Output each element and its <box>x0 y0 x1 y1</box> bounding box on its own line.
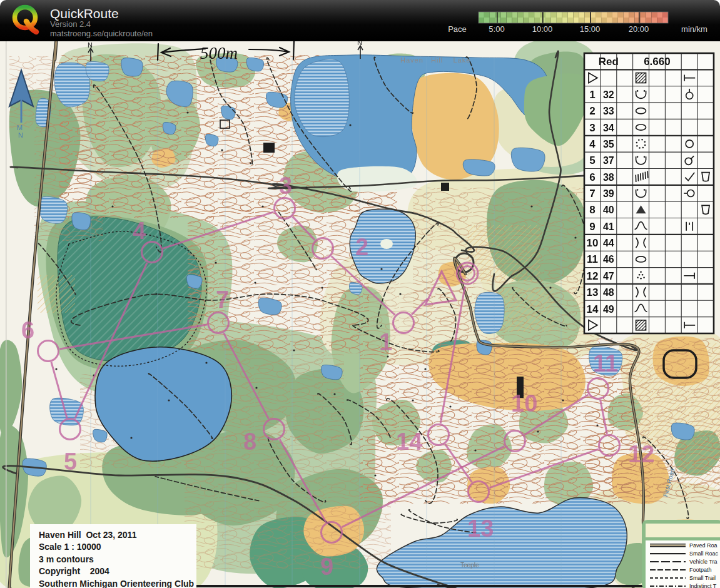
svg-text:4: 4 <box>133 218 146 244</box>
svg-text:44: 44 <box>603 238 614 248</box>
svg-text:40: 40 <box>603 205 614 215</box>
svg-text:Small Roac: Small Roac <box>689 550 719 557</box>
svg-text:1: 1 <box>379 329 392 355</box>
svg-text:Haven Hill Lake: Haven Hill Lake <box>400 56 470 64</box>
svg-text:13: 13 <box>467 515 494 542</box>
svg-text:41: 41 <box>603 221 614 232</box>
svg-text:7: 7 <box>216 286 229 313</box>
svg-text:2: 2 <box>355 234 368 260</box>
svg-text:13: 13 <box>586 286 598 298</box>
svg-text:Version 2.4: Version 2.4 <box>50 19 91 29</box>
svg-text:Indistinct T: Indistinct T <box>689 583 717 588</box>
svg-text:1: 1 <box>589 89 595 101</box>
svg-text:Red: Red <box>599 56 619 68</box>
svg-text:5: 5 <box>64 449 77 475</box>
svg-text:32: 32 <box>603 89 614 100</box>
svg-text:Small Trail: Small Trail <box>689 575 716 581</box>
svg-text:Pace: Pace <box>448 24 467 34</box>
svg-text:20:00: 20:00 <box>629 24 649 34</box>
svg-text:6: 6 <box>21 317 34 343</box>
svg-text:11: 11 <box>593 350 618 377</box>
svg-text:10:00: 10:00 <box>532 24 553 34</box>
svg-text:5:00: 5:00 <box>489 24 504 34</box>
svg-text:M: M <box>17 124 23 131</box>
svg-text:14: 14 <box>586 303 598 315</box>
svg-text:34: 34 <box>603 123 614 133</box>
svg-text:35: 35 <box>603 139 614 150</box>
svg-text:QuickRoute: QuickRoute <box>50 6 119 21</box>
svg-text:N: N <box>357 41 362 46</box>
svg-text:39: 39 <box>603 188 614 199</box>
svg-text:47: 47 <box>603 271 614 281</box>
svg-text:12: 12 <box>628 441 654 467</box>
svg-text:48: 48 <box>603 287 614 298</box>
svg-text:49: 49 <box>603 304 614 315</box>
svg-text:2: 2 <box>589 105 595 117</box>
svg-text:37: 37 <box>603 155 614 166</box>
svg-text:10: 10 <box>586 237 598 249</box>
svg-text:3: 3 <box>279 173 292 199</box>
svg-text:matstroeng.se/quickroute/en: matstroeng.se/quickroute/en <box>50 29 153 38</box>
svg-text:14: 14 <box>396 428 422 455</box>
svg-text:6: 6 <box>589 171 595 183</box>
svg-text:500m: 500m <box>200 44 238 63</box>
svg-text:6.660: 6.660 <box>644 56 671 68</box>
svg-text:12: 12 <box>586 270 598 282</box>
svg-text:N: N <box>18 131 23 139</box>
svg-text:Footpath: Footpath <box>689 567 712 573</box>
svg-text:46: 46 <box>603 254 614 265</box>
svg-text:8: 8 <box>243 428 256 455</box>
svg-text:15:00: 15:00 <box>580 24 601 34</box>
svg-text:8: 8 <box>589 204 595 216</box>
svg-text:Teeple: Teeple <box>460 562 479 569</box>
svg-text:Vehicle Tra: Vehicle Tra <box>689 559 717 565</box>
svg-text:Paved Roa: Paved Roa <box>689 542 717 549</box>
svg-text:11: 11 <box>587 253 598 265</box>
svg-text:N: N <box>88 41 93 49</box>
svg-text:4: 4 <box>589 138 596 150</box>
svg-text:3: 3 <box>589 122 595 134</box>
svg-text:min/km: min/km <box>681 24 707 34</box>
svg-text:33: 33 <box>603 106 614 116</box>
svg-text:38: 38 <box>603 172 614 183</box>
svg-text:9: 9 <box>589 221 595 233</box>
svg-text:9: 9 <box>320 554 333 580</box>
svg-text:5: 5 <box>589 155 595 166</box>
svg-text:7: 7 <box>589 188 595 200</box>
svg-text:10: 10 <box>511 390 537 417</box>
